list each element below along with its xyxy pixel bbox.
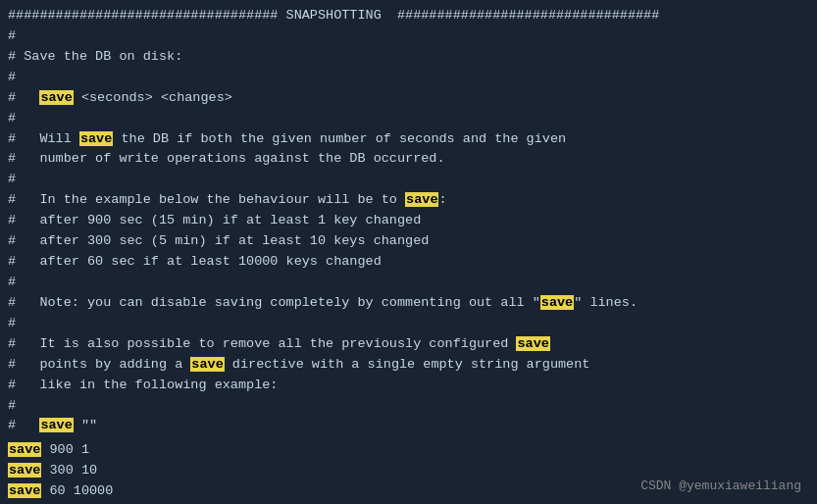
- line-empty5: #: [8, 273, 809, 293]
- line-will-save: # Will save the DB if both the given num…: [8, 129, 809, 150]
- line-points: # points by adding a save directive with…: [8, 355, 809, 376]
- line-example: # In the example below the behaviour wil…: [8, 190, 809, 211]
- line-empty1: #: [8, 26, 809, 47]
- save-active-1: save: [8, 442, 41, 457]
- save-highlight-7: save: [39, 418, 73, 432]
- save-highlight-1: save: [39, 90, 73, 105]
- line-900: # after 900 sec (15 min) if at least 1 k…: [8, 211, 809, 231]
- save-highlight-5: save: [516, 336, 549, 351]
- line-empty6: #: [8, 314, 809, 334]
- save-active-2: save: [8, 463, 41, 478]
- line-comment1: # Save the DB on disk:: [8, 47, 809, 68]
- terminal: ################################## SNAPS…: [0, 0, 817, 504]
- line-empty2: #: [8, 68, 809, 88]
- save-highlight-3: save: [405, 192, 438, 207]
- line-write-ops: # number of write operations against the…: [8, 149, 809, 170]
- line-empty7: #: [8, 396, 809, 417]
- line-60: # after 60 sec if at least 10000 keys ch…: [8, 252, 809, 273]
- line-note: # Note: you can disable saving completel…: [8, 293, 809, 314]
- save-highlight-4: save: [540, 295, 574, 310]
- save-active-3: save: [8, 483, 41, 498]
- save-highlight-6: save: [190, 357, 224, 372]
- line-empty4: #: [8, 170, 809, 190]
- save-highlight-2: save: [79, 131, 113, 146]
- watermark: CSDN @yemuxiaweiliang: [640, 477, 801, 496]
- line-300: # after 300 sec (5 min) if at least 10 k…: [8, 231, 809, 252]
- line-header: ################################## SNAPS…: [8, 6, 809, 26]
- line-empty3: #: [8, 109, 809, 129]
- cmd-900: save 900 1: [8, 440, 809, 461]
- line-like: # like in the following example:: [8, 376, 809, 396]
- line-possible: # It is also possible to remove all the …: [8, 334, 809, 355]
- line-save-syntax: # save <seconds> <changes>: [8, 88, 809, 109]
- line-save-empty: # save "": [8, 416, 809, 436]
